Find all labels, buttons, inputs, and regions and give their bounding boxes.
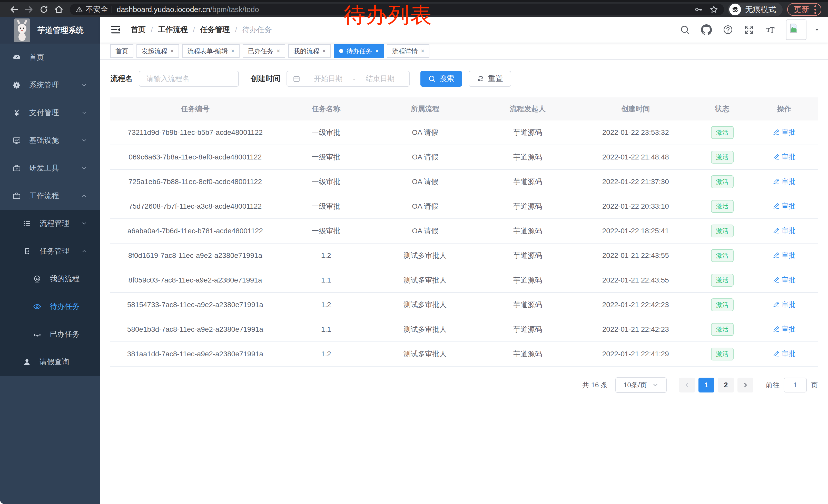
close-icon[interactable]: × [170, 47, 174, 55]
sidebar-item-首页[interactable]: 首页 [0, 44, 100, 71]
sidebar-item-label: 待办任务 [50, 302, 80, 312]
home-icon[interactable] [51, 5, 66, 14]
sidebar-item-基础设施[interactable]: 基础设施 [0, 127, 100, 154]
cell: 一级审批 [280, 152, 372, 162]
chevron-down-icon [81, 110, 87, 116]
cell: 2022-01-22 23:53:32 [577, 129, 694, 137]
bookmark-star-icon[interactable] [709, 5, 718, 14]
close-icon[interactable]: × [277, 47, 280, 55]
edit-icon [773, 203, 780, 210]
app-logo[interactable]: 芋道管理系统 [0, 17, 100, 44]
sidebar-item-任务管理[interactable]: 任务管理 [0, 237, 100, 265]
back-icon[interactable] [7, 5, 22, 14]
password-key-icon[interactable] [694, 5, 703, 14]
font-size-icon[interactable] [765, 25, 775, 35]
update-button[interactable]: 更新 [787, 3, 821, 16]
sidebar-item-支付管理[interactable]: 支付管理 [0, 99, 100, 127]
breadcrumb-item-home[interactable]: 首页 [131, 25, 146, 35]
sidebar-item-系统管理[interactable]: 系统管理 [0, 71, 100, 99]
address-bar[interactable]: 不安全 dashboard.yudao.iocoder.cn/bpm/task/… [70, 4, 724, 15]
page-size-select[interactable]: 10条/页 [615, 377, 667, 393]
approve-link[interactable]: 审批 [773, 349, 795, 358]
tab-待办任务[interactable]: 待办任务× [334, 44, 384, 58]
browser-menu-icon[interactable] [815, 5, 816, 14]
table-row: a6aba0a4-7b6d-11ec-b781-acde48001122一级审批… [110, 219, 818, 243]
tab-已办任务[interactable]: 已办任务× [243, 44, 285, 58]
status-badge: 激活 [711, 274, 734, 287]
sidebar-item-已办任务[interactable]: 已办任务 [0, 320, 100, 348]
sidebar-item-我的流程[interactable]: 我的流程 [0, 265, 100, 293]
github-icon[interactable] [701, 24, 712, 35]
tab-流程表单-编辑[interactable]: 流程表单-编辑× [182, 44, 240, 58]
table-row: 8f059c03-7ac8-11ec-a9e2-a2380e71991a1.1测… [110, 268, 818, 293]
approve-link[interactable]: 审批 [773, 325, 795, 334]
chevron-down-icon [81, 165, 87, 171]
sidebar-item-label: 流程管理 [40, 218, 69, 229]
org-tree-icon [23, 247, 31, 256]
process-name-input[interactable] [139, 71, 239, 87]
fullscreen-icon[interactable] [744, 25, 754, 35]
sidebar-item-请假查询[interactable]: 请假查询 [0, 348, 100, 376]
tab-发起流程[interactable]: 发起流程× [136, 44, 179, 58]
create-time-label: 创建时间 [251, 74, 280, 84]
cell: OA 请假 [372, 128, 478, 137]
user-avatar[interactable] [786, 19, 806, 40]
approve-link[interactable]: 审批 [773, 201, 795, 211]
approve-link[interactable]: 审批 [773, 300, 795, 309]
hamburger-icon [110, 25, 121, 35]
approve-link[interactable]: 审批 [773, 177, 795, 186]
close-icon[interactable]: × [421, 47, 424, 55]
edit-icon [773, 153, 780, 160]
chevron-down-icon [81, 82, 87, 88]
list-tree-icon [23, 219, 31, 228]
incognito-label: 无痕模式 [745, 4, 776, 15]
sidebar-item-工作流程[interactable]: 工作流程 [0, 182, 100, 210]
close-icon[interactable]: × [375, 47, 379, 55]
close-icon[interactable]: × [231, 47, 235, 55]
search-icon[interactable] [680, 25, 690, 35]
table-row: 8f0d1619-7ac8-11ec-a9e2-a2380e71991a1.2测… [110, 243, 818, 268]
goto-page-input[interactable] [784, 378, 807, 393]
chevron-down-icon [81, 165, 87, 171]
table-row: 580e1b3d-7ac8-11ec-a9e2-a2380e71991a1.1测… [110, 317, 818, 342]
chevron-up-icon [81, 193, 87, 199]
cell: 580e1b3d-7ac8-11ec-a9e2-a2380e71991a [110, 325, 280, 333]
date-range-picker[interactable]: 开始日期 - 结束日期 [287, 71, 410, 87]
cell: 芋道源码 [478, 349, 577, 359]
avatar-caret-down-icon[interactable] [814, 27, 820, 33]
sidebar-item-待办任务[interactable]: 待办任务 [0, 293, 100, 320]
forward-icon[interactable] [22, 5, 36, 14]
next-page-button[interactable] [738, 378, 753, 393]
url-host: dashboard.yudao.iocoder.cn [117, 5, 210, 14]
security-label[interactable]: 不安全 [86, 4, 108, 15]
sidebar-item-流程管理[interactable]: 流程管理 [0, 210, 100, 237]
approve-link[interactable]: 审批 [773, 226, 795, 235]
tab-我的流程[interactable]: 我的流程× [288, 44, 331, 58]
page-button-2[interactable]: 2 [718, 378, 734, 393]
chevron-down-icon [81, 137, 87, 144]
approve-link[interactable]: 审批 [773, 275, 795, 284]
tab-首页[interactable]: 首页 [110, 44, 133, 58]
close-icon[interactable]: × [322, 47, 326, 55]
page-button-1[interactable]: 1 [699, 378, 714, 393]
url-divider [112, 6, 112, 13]
approve-link[interactable]: 审批 [773, 128, 795, 137]
breadcrumb-item-workflow[interactable]: 工作流程 [158, 25, 188, 35]
sidebar-item-研发工具[interactable]: 研发工具 [0, 154, 100, 182]
reset-button[interactable]: 重置 [469, 71, 511, 87]
cell: 1.2 [280, 350, 372, 358]
sidebar-item-label: 任务管理 [40, 246, 69, 256]
user-icon [21, 358, 33, 366]
breadcrumb-item-task-mgmt[interactable]: 任务管理 [200, 25, 230, 35]
navbar-actions [680, 19, 820, 40]
reload-icon[interactable] [36, 5, 51, 14]
cell: 测试多审批人 [372, 325, 478, 334]
prev-page-button[interactable] [679, 378, 695, 393]
sidebar-collapse-icon[interactable] [110, 25, 121, 35]
question-icon[interactable] [723, 25, 733, 35]
chevron-down-icon [652, 382, 659, 388]
approve-link[interactable]: 审批 [773, 251, 795, 260]
search-button[interactable]: 搜索 [420, 71, 462, 87]
tab-流程详情[interactable]: 流程详情× [387, 44, 429, 58]
approve-link[interactable]: 审批 [773, 152, 795, 162]
